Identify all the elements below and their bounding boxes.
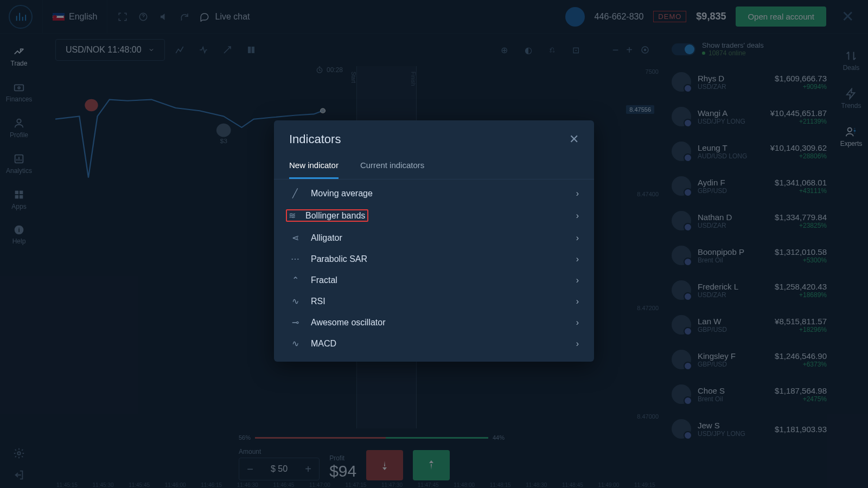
indicator-icon: ∿ bbox=[289, 296, 301, 306]
indicator-item[interactable]: ⌃ Fractal › bbox=[274, 269, 594, 291]
indicator-item[interactable]: ∿ MACD › bbox=[274, 333, 594, 354]
modal-close-button[interactable]: ✕ bbox=[569, 132, 579, 146]
chevron-right-icon: › bbox=[576, 297, 579, 306]
tab-current-indicators[interactable]: Current indicators bbox=[360, 155, 424, 179]
indicator-item[interactable]: ⊸ Awesome oscillator › bbox=[274, 312, 594, 333]
chevron-right-icon: › bbox=[576, 211, 579, 221]
indicator-label: Moving average bbox=[311, 189, 373, 198]
indicator-item[interactable]: ≋ Bollinger bands › bbox=[274, 204, 594, 227]
chevron-right-icon: › bbox=[576, 233, 579, 243]
indicator-label: RSI bbox=[311, 297, 326, 306]
indicator-label: MACD bbox=[311, 339, 336, 349]
chevron-right-icon: › bbox=[576, 189, 579, 198]
indicator-item[interactable]: ⋯ Parabolic SAR › bbox=[274, 248, 594, 269]
indicators-modal: Indicators ✕ New indicator Current indic… bbox=[274, 120, 594, 362]
indicator-icon: ⋯ bbox=[289, 254, 301, 264]
indicator-icon: ≋ bbox=[286, 210, 298, 221]
indicator-label: Parabolic SAR bbox=[311, 254, 367, 264]
indicator-icon: ╱ bbox=[289, 188, 301, 198]
indicator-icon: ⌃ bbox=[289, 275, 301, 285]
indicator-icon: ⊸ bbox=[289, 317, 301, 328]
chevron-right-icon: › bbox=[576, 275, 579, 285]
indicator-item[interactable]: ⋖ Alligator › bbox=[274, 227, 594, 248]
indicator-icon: ∿ bbox=[289, 338, 301, 349]
tab-new-indicator[interactable]: New indicator bbox=[289, 155, 339, 179]
indicator-list: ╱ Moving average ›≋ Bollinger bands ›⋖ A… bbox=[274, 179, 594, 362]
indicator-label: Alligator bbox=[311, 233, 342, 243]
chevron-right-icon: › bbox=[576, 339, 579, 349]
chevron-right-icon: › bbox=[576, 254, 579, 264]
indicator-icon: ⋖ bbox=[289, 233, 301, 243]
indicator-label: Fractal bbox=[311, 275, 337, 285]
indicator-label: Awesome oscillator bbox=[311, 318, 386, 328]
chevron-right-icon: › bbox=[576, 318, 579, 328]
modal-title: Indicators bbox=[289, 132, 341, 146]
indicator-item[interactable]: ╱ Moving average › bbox=[274, 183, 594, 204]
indicator-item[interactable]: ∿ RSI › bbox=[274, 291, 594, 312]
indicator-label: Bollinger bands bbox=[305, 211, 365, 221]
